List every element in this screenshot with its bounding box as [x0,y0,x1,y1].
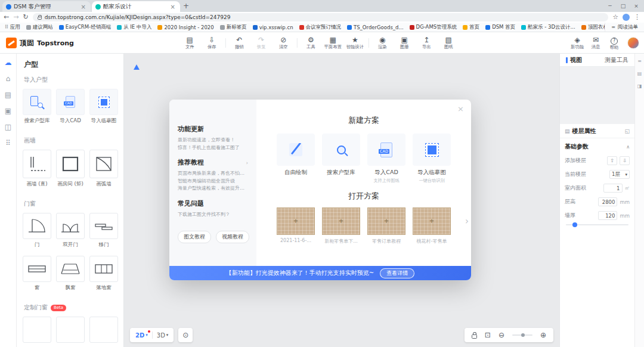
bookmark-item[interactable]: DSM 首页 [485,24,515,31]
new-features-button[interactable]: ◈新功能 [568,36,586,50]
measure-tab[interactable]: 测量工具 [605,56,628,64]
toolbar-save-button[interactable]: ⇩保存 [201,36,223,50]
french-window-tile[interactable]: 落地窗 [89,256,118,292]
help-button[interactable]: ?帮助 [605,36,623,51]
graphic-tutorial-button[interactable]: 图文教程 [178,231,211,243]
toolbar-clear-button[interactable]: ⊘清空 [273,36,295,50]
plan-item[interactable]: 2021-11-6-... [277,207,315,244]
bookmark-item[interactable]: 会议室预订情况 [299,24,342,31]
toolbar-export-button[interactable]: ↥导出 [416,36,438,50]
browser-tab-dsm[interactable]: DSM 客户管理 × [2,1,91,12]
nav-cloud-design-icon[interactable]: ☁ [5,58,12,67]
view-tab[interactable]: 视图 [566,56,582,64]
toolbar-file-button[interactable]: ▤文件 [179,36,201,50]
news-line[interactable]: 最新功能速递，立即查看！ [178,137,248,144]
bookmark-item[interactable]: TS_OrderGoods_d... [347,24,404,30]
toolbar-smart-design-button[interactable]: ★智能设计 [344,36,366,50]
window-close-icon[interactable]: × [630,3,643,9]
chevron-right-icon[interactable]: › [246,160,248,166]
back-icon[interactable]: ← [4,12,9,23]
new-tab-button[interactable]: + [181,2,191,11]
news-line[interactable]: 海量户型快速检索，有效提升效率 [178,185,248,193]
nav-materials-icon[interactable]: ◫ [5,123,11,131]
fit-screen-icon[interactable]: ⊡ [485,331,491,339]
search-floorplan-tile[interactable]: 搜索户型库 [23,89,51,125]
bookmark-item[interactable]: vip.xsswip.cn [253,24,293,30]
sliding-door-tile[interactable]: 移门 [89,213,118,249]
toolbar-tools-button[interactable]: ⚙工具 [300,36,322,50]
toolbar-redo-button[interactable]: ↷恢复 [250,36,273,50]
zoom-out-icon[interactable]: ⊖ [499,331,504,339]
expand-panel-icon[interactable]: ◱ [624,128,630,134]
layers-icon[interactable]: ◨ [637,83,642,89]
toolbar-render-button[interactable]: ◉渲染 [371,36,394,50]
toolbar-album-button[interactable]: ▣图册 [394,36,416,50]
news-line[interactable]: 页面布局焕新来袭，再也不怕找不到 [178,170,248,178]
dialog-close-icon[interactable]: × [457,104,464,113]
bookmark-item[interactable]: 酷家乐 - 3D云设计... [521,24,575,31]
nav-furniture-icon[interactable]: ▤ [5,91,11,99]
forward-icon[interactable]: → [13,12,18,23]
plan-item[interactable]: 新柜零售单下... [322,207,360,244]
view-3d-button[interactable]: 3D▾ [157,332,169,339]
tab-close-icon[interactable]: × [80,4,87,10]
add-floor-above-button[interactable]: ⇧ [607,156,617,165]
floor-height-input[interactable]: 2800 [598,197,617,206]
indoor-area-input[interactable]: 1 [603,184,623,193]
draw-room-tile[interactable]: 画房间 (矩) [56,150,85,188]
wall-thickness-slider[interactable] [566,224,628,225]
import-trace-card[interactable]: 导入临摹图 一键自动识别 [413,134,451,184]
grid-icon[interactable]: ▤ [637,71,642,76]
slider-knob[interactable] [572,222,577,227]
zoom-slider-knob[interactable] [521,333,525,337]
news-line[interactable]: 下载施工图文件找不到？ [178,211,248,219]
import-cad-card[interactable]: CAD 导入CAD 支持上传图纸 [367,134,405,184]
current-floor-select[interactable]: 1层▾ [609,170,630,179]
add-floor-below-button[interactable]: ⇩ [620,156,630,165]
browser-menu-icon[interactable]: ⋮ [634,12,640,23]
bookmark-item[interactable]: 2020 Insight - 2020 [157,24,213,30]
free-draw-card[interactable]: 自由绘制 [277,134,315,184]
bookmark-item[interactable]: 新标签页 [220,24,247,31]
bookmark-item[interactable]: 建议网站 [26,24,53,31]
single-door-tile[interactable]: 门 [23,213,51,249]
toolbar-drawing-button[interactable]: ▧图纸 [438,36,460,50]
catalog-tile-partial[interactable] [23,317,51,343]
bookmark-apps[interactable]: ⠿应用 [5,24,20,31]
import-cad-tile[interactable]: CAD 导入CAD [56,89,85,125]
zoom-in-icon[interactable]: ⊕ [540,331,546,339]
bookmark-item[interactable]: 从 IE 中导入 [117,24,151,31]
bookmark-item[interactable]: DG-AMS管理系统 [410,24,457,31]
bookmark-star-icon[interactable]: ☆ [612,12,618,23]
toolbar-undo-button[interactable]: ↶撤销 [228,36,250,50]
toolbar-floorplan-button[interactable]: ▦平面布置 [322,36,344,50]
wall-thickness-input[interactable]: 120 [598,211,617,220]
nav-apps-icon[interactable]: ⠿ [5,139,11,147]
messages-button[interactable]: ✉消息 [587,36,605,50]
nav-custom-cabinet-icon[interactable]: ▣ [5,107,11,115]
collapse-panel-icon[interactable]: ≡ [637,58,642,64]
draw-arc-wall-tile[interactable]: 画弧墙 [89,150,118,188]
catalog-tile-partial[interactable] [56,317,85,343]
catalog-tile-partial[interactable] [89,317,118,343]
basic-params-group[interactable]: 基础参数 ∧ [560,138,634,154]
address-bar[interactable]: dsm.topstrong.com.cn/Kujiale/KJIDesign.a… [33,13,608,21]
news-line[interactable]: 智能布局编辑功能全面升级 [178,178,248,185]
plan-item[interactable]: 桃花村-零售单 [413,207,451,244]
reading-list-button[interactable]: ≡阅读清单 [605,23,644,32]
refresh-icon[interactable]: ↻ [23,12,28,23]
next-plans-chevron-icon[interactable]: › [465,216,469,227]
bay-window-tile[interactable]: 飘窗 [56,256,85,292]
nav-hardfit-icon[interactable]: ⌂ [6,75,11,83]
plan-item[interactable]: 零售订单教程 [367,207,405,244]
window-minimize-icon[interactable]: ─ [603,3,617,9]
search-floorplan-card[interactable]: 搜索户型库 [322,134,360,184]
bookmark-item[interactable]: EasyCRM-经销商端 [59,24,111,31]
view-2d-button[interactable]: 2D▾ [135,332,148,339]
double-door-tile[interactable]: 双开门 [56,213,85,249]
tab-close-icon[interactable]: × [169,4,177,10]
window-tile[interactable]: 窗 [23,256,51,292]
news-line[interactable]: 惊喜！手机上也能看施工图了 [178,144,248,152]
promo-details-button[interactable]: 查看详情 [380,268,414,278]
draw-wall-tile[interactable]: 画墙 (直) [23,150,51,188]
